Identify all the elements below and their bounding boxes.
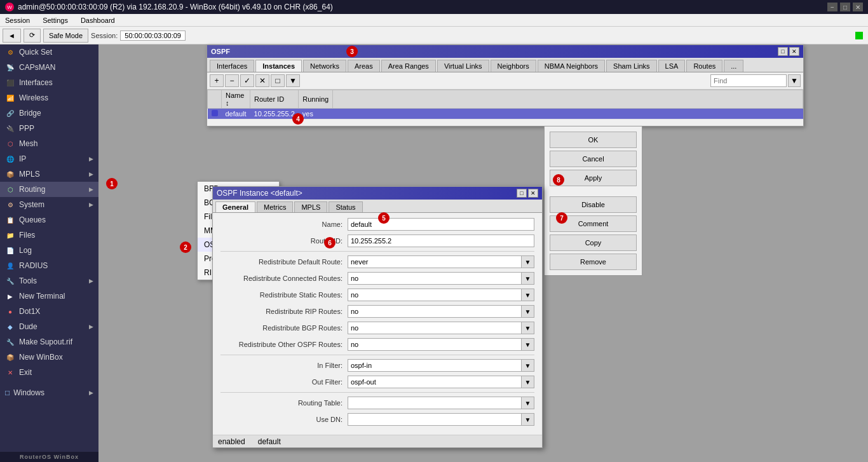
redistribute-rip-select[interactable]: no (348, 305, 522, 318)
instance-tab-general[interactable]: General (215, 201, 255, 212)
remove-button[interactable]: − (225, 74, 239, 87)
instance-tab-metrics[interactable]: Metrics (257, 201, 293, 212)
use-dn-select[interactable] (348, 413, 522, 426)
routing-table-dropdown-btn[interactable]: ▼ (522, 397, 534, 409)
sidebar-item-files[interactable]: 📁 Files (0, 228, 98, 243)
redistribute-static-dropdown-btn[interactable]: ▼ (522, 289, 534, 301)
sidebar-item-tools[interactable]: 🔧 Tools ▶ (0, 273, 98, 289)
sidebar-item-new-winbox[interactable]: 📦 New WinBox (0, 350, 98, 365)
redistribute-connected-dropdown-btn[interactable]: ▼ (522, 272, 534, 285)
remove-button[interactable]: Remove (550, 254, 637, 270)
instance-dialog-controls[interactable]: □ ✕ (517, 189, 538, 198)
tab-sham-links[interactable]: Sham Links (606, 60, 656, 72)
ip-icon: 🌐 (5, 154, 15, 164)
redistribute-default-select[interactable]: never (348, 255, 522, 268)
sidebar-item-system[interactable]: ⚙ System ▶ (0, 197, 98, 212)
redistribute-connected-select[interactable]: no (348, 272, 522, 285)
sidebar-item-queues[interactable]: 📋 Queues (0, 212, 98, 228)
tab-areas[interactable]: Areas (348, 60, 380, 72)
col-indicator (208, 90, 222, 109)
instance-restore-button[interactable]: □ (517, 189, 527, 198)
sidebar-item-quickset[interactable]: ⚙ Quick Set (0, 44, 98, 60)
sidebar-item-mpls[interactable]: 📦 MPLS ▶ (0, 166, 98, 182)
filter-button[interactable]: ▼ (286, 74, 300, 87)
in-filter-select[interactable]: ospf-in (348, 359, 522, 372)
sidebar-label-queues: Queues (19, 215, 46, 224)
close-button[interactable]: ✕ (853, 3, 863, 11)
instance-tab-mpls[interactable]: MPLS (294, 201, 327, 212)
mesh-icon: ⬡ (5, 139, 15, 149)
tab-virtual-links[interactable]: Virtual Links (437, 60, 489, 72)
tab-instances[interactable]: Instances (255, 60, 302, 72)
out-filter-dropdown-btn[interactable]: ▼ (522, 376, 534, 388)
window-controls[interactable]: − □ ✕ (827, 3, 863, 11)
router-id-input[interactable] (348, 234, 534, 247)
tab-lsa[interactable]: LSA (658, 60, 686, 72)
sidebar-item-dot1x[interactable]: ● Dot1X (0, 304, 98, 319)
instance-tab-status[interactable]: Status (329, 201, 362, 212)
sidebar-item-capsman[interactable]: 📡 CAPsMAN (0, 60, 98, 75)
copy-button[interactable]: □ (271, 74, 285, 87)
ospf-close-button[interactable]: ✕ (789, 47, 799, 56)
form-row-name: Name: (220, 218, 534, 231)
sidebar-item-ppp[interactable]: 🔌 PPP (0, 121, 98, 136)
sidebar-item-routing[interactable]: ⬡ Routing ▶ (0, 182, 98, 197)
enable-button[interactable]: ✓ (240, 74, 254, 87)
tab-area-ranges[interactable]: Area Ranges (381, 60, 436, 72)
tab-interfaces[interactable]: Interfaces (210, 60, 254, 72)
add-button[interactable]: + (210, 74, 224, 87)
sidebar-item-bridge[interactable]: 🔗 Bridge (0, 105, 98, 121)
redistribute-bgp-select[interactable]: no (348, 322, 522, 334)
routing-table-select[interactable] (348, 397, 522, 409)
redistribute-static-select[interactable]: no (348, 289, 522, 301)
use-dn-dropdown-btn[interactable]: ▼ (522, 413, 534, 426)
back-button[interactable]: ◄ (3, 29, 21, 43)
disable-button[interactable]: Disable (550, 196, 637, 213)
new-winbox-icon: 📦 (5, 352, 15, 362)
cancel-button[interactable]: Cancel (550, 151, 637, 167)
menu-session[interactable]: Session (3, 15, 32, 25)
sidebar-item-wireless[interactable]: 📶 Wireless (0, 90, 98, 105)
col-router-id[interactable]: Router ID (250, 90, 299, 109)
ospf-restore-button[interactable]: □ (778, 47, 788, 56)
sidebar-item-make-supout[interactable]: 🔧 Make Supout.rif (0, 334, 98, 350)
ospf-window-controls[interactable]: □ ✕ (778, 47, 799, 56)
sidebar-item-windows[interactable]: □ Windows ▶ (0, 385, 98, 400)
tab-neighbors[interactable]: Neighbors (491, 60, 536, 72)
tab-networks[interactable]: Networks (303, 60, 346, 72)
menu-dashboard[interactable]: Dashboard (78, 15, 118, 25)
maximize-button[interactable]: □ (840, 3, 850, 11)
sidebar-item-radius[interactable]: 👤 RADIUS (0, 258, 98, 273)
sidebar-item-interfaces[interactable]: ⬛ Interfaces (0, 75, 98, 90)
col-name[interactable]: Name ↕ (222, 90, 250, 109)
form-row-redistribute-rip: Redistribute RIP Routes: no ▼ (220, 305, 534, 318)
out-filter-select[interactable]: ospf-out (348, 376, 522, 388)
redistribute-bgp-dropdown-btn[interactable]: ▼ (522, 322, 534, 334)
sidebar-item-mesh[interactable]: ⬡ Mesh (0, 136, 98, 151)
sidebar-item-log[interactable]: 📄 Log (0, 243, 98, 258)
sidebar-item-dude[interactable]: ◆ Dude ▶ (0, 319, 98, 334)
refresh-button[interactable]: ⟳ (24, 29, 41, 43)
disable-button[interactable]: ✕ (255, 74, 269, 87)
redistribute-default-dropdown-btn[interactable]: ▼ (522, 255, 534, 268)
name-input[interactable] (348, 218, 534, 231)
instance-close-button[interactable]: ✕ (528, 189, 538, 198)
menu-settings[interactable]: Settings (40, 15, 71, 25)
copy-action-button[interactable]: Copy (550, 234, 637, 251)
ok-button[interactable]: OK (550, 132, 637, 148)
minimize-button[interactable]: − (827, 3, 837, 11)
find-input[interactable] (710, 74, 787, 87)
sidebar-item-exit[interactable]: ✕ Exit (0, 365, 98, 380)
sidebar-item-ip[interactable]: 🌐 IP ▶ (0, 151, 98, 166)
redistribute-other-select[interactable]: no (348, 338, 522, 351)
sidebar-item-new-terminal[interactable]: ▶ New Terminal (0, 289, 98, 304)
safemode-button[interactable]: Safe Mode (43, 29, 88, 43)
tab-routes[interactable]: Routes (686, 60, 722, 72)
in-filter-dropdown-btn[interactable]: ▼ (522, 359, 534, 372)
tab-more[interactable]: ... (724, 60, 743, 72)
redistribute-other-dropdown-btn[interactable]: ▼ (522, 338, 534, 351)
find-dropdown[interactable]: ▼ (788, 74, 801, 87)
col-running[interactable]: Running (299, 90, 333, 109)
redistribute-rip-dropdown-btn[interactable]: ▼ (522, 305, 534, 318)
tab-nbma-neighbors[interactable]: NBMA Neighbors (538, 60, 605, 72)
